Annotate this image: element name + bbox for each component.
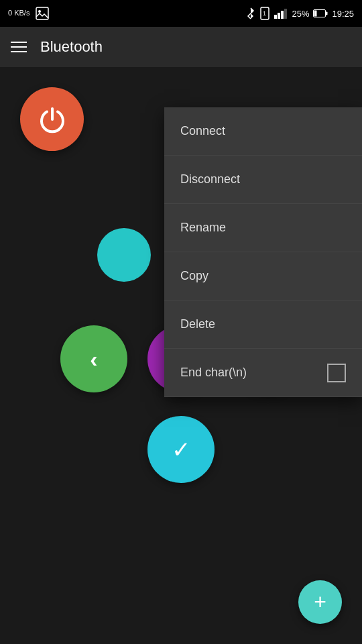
down-icon: ✓: [172, 436, 190, 463]
power-button[interactable]: [20, 87, 84, 151]
status-bar: 0 KB/s 1 25%: [0, 0, 362, 27]
back-button[interactable]: ‹: [60, 325, 127, 392]
menu-item-delete-label: Delete: [180, 317, 215, 331]
sim-icon: 1: [259, 7, 270, 20]
menu-item-disconnect-label: Disconnect: [180, 172, 240, 186]
time-display: 19:25: [332, 9, 354, 19]
status-right: 1 25% 19:25: [246, 7, 354, 20]
end-char-checkbox[interactable]: [327, 364, 346, 382]
hamburger-menu[interactable]: [11, 42, 27, 52]
kb-indicator: 0 KB/s: [8, 9, 29, 17]
menu-item-end-char[interactable]: End char(\n): [164, 349, 362, 397]
svg-rect-9: [326, 12, 328, 15]
back-icon: ‹: [90, 346, 97, 372]
menu-item-connect[interactable]: Connect: [164, 107, 362, 156]
svg-rect-10: [314, 11, 317, 17]
menu-item-rename[interactable]: Rename: [164, 204, 362, 252]
svg-rect-0: [36, 7, 48, 19]
svg-rect-4: [274, 15, 277, 19]
svg-rect-6: [281, 11, 284, 19]
image-icon: [35, 6, 50, 21]
menu-item-disconnect[interactable]: Disconnect: [164, 156, 362, 204]
battery-icon: [313, 9, 328, 17]
menu-item-copy-label: Copy: [180, 269, 208, 283]
menu-item-rename-label: Rename: [180, 221, 226, 235]
power-icon: [36, 103, 68, 136]
bluetooth-status-icon: [246, 7, 255, 20]
menu-item-connect-label: Connect: [180, 124, 225, 138]
dropdown-menu: Connect Disconnect Rename Copy Delete En…: [164, 107, 362, 397]
teal-indicator: [97, 228, 151, 282]
menu-item-copy[interactable]: Copy: [164, 252, 362, 301]
fab-button[interactable]: +: [298, 580, 342, 624]
svg-text:1: 1: [263, 10, 266, 17]
menu-item-delete[interactable]: Delete: [164, 301, 362, 349]
signal-icon: [274, 8, 288, 19]
add-icon: +: [314, 590, 326, 614]
main-content: ‹ ✕ › ✓ + Connect Disconnect Rename Cop: [0, 67, 362, 644]
battery-level: 25%: [292, 9, 309, 19]
app-bar: Bluetooth: [0, 27, 362, 67]
svg-rect-7: [284, 9, 287, 19]
svg-point-1: [38, 10, 41, 13]
down-button[interactable]: ✓: [147, 416, 215, 483]
svg-rect-5: [278, 13, 280, 19]
app-title: Bluetooth: [40, 38, 103, 56]
status-left: 0 KB/s: [8, 6, 50, 21]
menu-item-end-char-label: End char(\n): [180, 366, 247, 380]
